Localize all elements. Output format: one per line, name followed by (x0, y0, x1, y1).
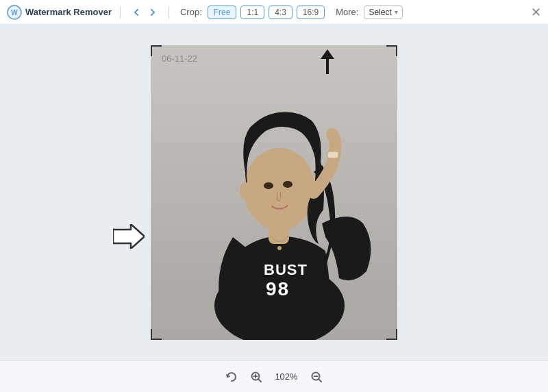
back-arrow-icon (132, 8, 141, 17)
date-stamp: 06-11-22 (162, 53, 197, 64)
svg-point-14 (240, 182, 251, 199)
arrow-up-indicator (321, 49, 334, 74)
nav-arrows (129, 5, 160, 20)
zoom-out-button[interactable] (308, 369, 325, 385)
title-bar: W Watermark Remover Crop: Free 1:1 4:3 1… (0, 0, 548, 25)
photo-svg: BUST 98 (151, 45, 397, 340)
close-button[interactable]: ✕ (531, 6, 541, 19)
main-area: BUST 98 (0, 25, 548, 360)
right-arrow-icon (113, 224, 145, 249)
dropdown-arrow-icon: ▾ (395, 8, 398, 16)
zoom-in-button[interactable] (248, 369, 264, 385)
select-dropdown[interactable]: Select ▾ (364, 5, 402, 19)
crop-free-button[interactable]: Free (208, 5, 237, 19)
svg-point-11 (264, 182, 273, 189)
svg-line-22 (319, 379, 321, 382)
divider (120, 6, 121, 19)
crop-options: Free 1:1 4:3 16:9 (208, 5, 325, 19)
zoom-out-icon (310, 371, 323, 383)
svg-point-9 (277, 246, 282, 250)
zoom-reset-button[interactable] (223, 369, 240, 385)
svg-text:98: 98 (266, 278, 290, 299)
zoom-in-icon (250, 371, 262, 383)
zoom-reset-icon (225, 371, 238, 383)
nav-forward-button[interactable] (145, 5, 160, 20)
app-logo: W Watermark Remover (7, 5, 112, 20)
svg-point-10 (244, 148, 315, 230)
zoom-controls: 102% (0, 360, 548, 392)
photo: BUST 98 (151, 45, 397, 340)
arrow-up-head (321, 49, 334, 59)
crop-label: Crop: (180, 7, 202, 17)
svg-line-19 (258, 379, 261, 382)
forward-arrow-icon (148, 8, 158, 17)
arrow-right-indicator (113, 224, 145, 249)
nav-back-button[interactable] (129, 5, 144, 20)
crop-1-1-button[interactable]: 1:1 (240, 5, 264, 19)
svg-text:BUST: BUST (264, 261, 308, 278)
svg-rect-13 (327, 151, 338, 158)
crop-4-3-button[interactable]: 4:3 (269, 5, 292, 19)
more-label: More: (336, 7, 358, 17)
svg-point-15 (308, 181, 319, 197)
zoom-percentage: 102% (273, 371, 300, 382)
divider2 (169, 6, 169, 19)
crop-16-9-button[interactable]: 16:9 (297, 5, 325, 19)
svg-marker-2 (113, 224, 145, 249)
image-container: BUST 98 (151, 45, 397, 340)
arrow-up-shaft (326, 59, 329, 74)
app-logo-icon: W (7, 5, 22, 20)
app-title: Watermark Remover (25, 7, 112, 17)
svg-text:W: W (11, 9, 18, 16)
svg-point-12 (283, 181, 292, 188)
select-label: Select (369, 8, 391, 17)
